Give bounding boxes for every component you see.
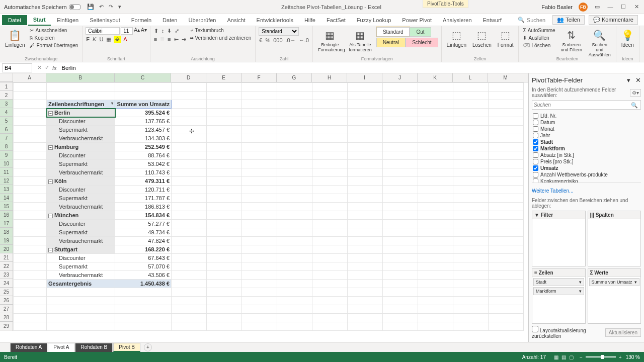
increase-font-icon[interactable]: A▴: [134, 27, 140, 35]
font-color-button[interactable]: A: [123, 36, 127, 43]
field-checkbox[interactable]: [533, 159, 538, 164]
cell-G18[interactable]: [277, 228, 312, 237]
cell-F18[interactable]: [242, 228, 277, 237]
cell-J29[interactable]: [383, 322, 418, 331]
cell-J5[interactable]: [383, 117, 418, 126]
cell-D12[interactable]: [172, 177, 207, 186]
cell-L9[interactable]: [453, 151, 489, 160]
italic-button[interactable]: K: [92, 36, 97, 43]
cell-A14[interactable]: [14, 194, 47, 203]
row-header-12[interactable]: 12: [0, 176, 13, 185]
cell-K22[interactable]: [418, 262, 453, 271]
cell-G5[interactable]: [277, 117, 312, 126]
cell-L2[interactable]: [453, 92, 489, 100]
tab-power pivot[interactable]: Power Pivot: [397, 15, 437, 25]
cell-C22[interactable]: 57.070 €: [115, 262, 172, 271]
cell-M3[interactable]: [489, 100, 524, 109]
cell-E17[interactable]: [207, 220, 242, 228]
cell-H25[interactable]: [312, 288, 348, 297]
cell-B11[interactable]: Verbrauchermarkt: [47, 168, 115, 177]
cell-C5[interactable]: 137.765 €: [115, 117, 172, 126]
cell-M8[interactable]: [489, 143, 524, 151]
cell-K2[interactable]: [418, 92, 453, 100]
cell-I3[interactable]: [348, 100, 383, 109]
cell-J3[interactable]: [383, 100, 418, 109]
defer-layout-checkbox[interactable]: Layoutaktualisierung zurückstellen: [532, 326, 605, 339]
cell-H8[interactable]: [312, 143, 348, 151]
cell-M5[interactable]: [489, 117, 524, 126]
cell-B15[interactable]: Verbrauchermarkt: [47, 203, 115, 211]
cell-K26[interactable]: [418, 297, 453, 305]
cell-M9[interactable]: [489, 151, 524, 160]
cell-H22[interactable]: [312, 262, 348, 271]
cell-D1[interactable]: [172, 83, 207, 92]
cell-K14[interactable]: [418, 194, 453, 203]
row-header-2[interactable]: 2: [0, 91, 13, 100]
cell-G10[interactable]: [277, 160, 312, 168]
percent-icon[interactable]: %: [265, 37, 271, 44]
cell-F15[interactable]: [242, 203, 277, 211]
cell-F20[interactable]: [242, 245, 277, 254]
cell-F11[interactable]: [242, 168, 277, 177]
view-normal-icon[interactable]: ▦: [554, 354, 558, 360]
cell-J21[interactable]: [383, 254, 418, 262]
cell-L28[interactable]: [453, 314, 489, 322]
row-header-28[interactable]: 28: [0, 313, 13, 322]
ideas-button[interactable]: 💡Ideen: [619, 27, 636, 50]
cell-J27[interactable]: [383, 305, 418, 314]
row-header-27[interactable]: 27: [0, 305, 13, 313]
cell-M23[interactable]: [489, 271, 524, 280]
col-header-C[interactable]: C: [115, 73, 171, 82]
cell-I15[interactable]: [348, 203, 383, 211]
autosum-button[interactable]: Σ AutoSumme: [522, 27, 556, 34]
cell-K1[interactable]: [418, 83, 453, 92]
tab-file[interactable]: Datei: [2, 15, 27, 25]
tab-daten[interactable]: Daten: [157, 15, 182, 25]
row-header-9[interactable]: 9: [0, 151, 13, 159]
cell-F14[interactable]: [242, 194, 277, 203]
cell-I24[interactable]: [348, 280, 383, 288]
cell-H24[interactable]: [312, 280, 348, 288]
cell-G15[interactable]: [277, 203, 312, 211]
tab-ansicht[interactable]: Ansicht: [222, 15, 250, 25]
view-layout-icon[interactable]: ▤: [561, 354, 566, 360]
cell-G21[interactable]: [277, 254, 312, 262]
cell-F4[interactable]: [242, 109, 277, 117]
collapse-icon[interactable]: −: [48, 145, 53, 150]
cell-C21[interactable]: 67.643 €: [115, 254, 172, 262]
cell-G25[interactable]: [277, 288, 312, 297]
cell-L8[interactable]: [453, 143, 489, 151]
cell-D20[interactable]: [172, 245, 207, 254]
cell-M2[interactable]: [489, 92, 524, 100]
cell-B6[interactable]: Supermarkt: [47, 126, 115, 134]
cell-J17[interactable]: [383, 220, 418, 228]
cell-E24[interactable]: [207, 280, 242, 288]
cell-H10[interactable]: [312, 160, 348, 168]
cell-D4[interactable]: [172, 109, 207, 117]
cell-E11[interactable]: [207, 168, 242, 177]
cell-M27[interactable]: [489, 305, 524, 314]
cell-M11[interactable]: [489, 168, 524, 177]
row-header-17[interactable]: 17: [0, 219, 13, 228]
row-header-15[interactable]: 15: [0, 202, 13, 211]
values-zone[interactable]: Σ Werte Summe von Umsatz▾: [588, 268, 641, 324]
cell-B25[interactable]: [47, 288, 115, 297]
cell-E20[interactable]: [207, 245, 242, 254]
cell-C29[interactable]: [115, 322, 172, 331]
ribbon-search[interactable]: 🔍 Suchen: [518, 17, 545, 23]
cell-L26[interactable]: [453, 297, 489, 305]
cell-L11[interactable]: [453, 168, 489, 177]
cell-H21[interactable]: [312, 254, 348, 262]
cell-I29[interactable]: [348, 322, 383, 331]
tab-start[interactable]: Start: [28, 15, 51, 26]
cell-I6[interactable]: [348, 126, 383, 134]
cell-H12[interactable]: [312, 177, 348, 186]
cell-F3[interactable]: [242, 100, 277, 109]
dec-decimal-icon[interactable]: ←.0: [298, 37, 309, 44]
cell-L14[interactable]: [453, 194, 489, 203]
col-header-I[interactable]: I: [347, 73, 382, 82]
cell-E8[interactable]: [207, 143, 242, 151]
row-header-5[interactable]: 5: [0, 117, 13, 125]
field-preis-pro-stk-[interactable]: Preis [pro Stk.]: [532, 158, 641, 165]
cell-M7[interactable]: [489, 134, 524, 143]
